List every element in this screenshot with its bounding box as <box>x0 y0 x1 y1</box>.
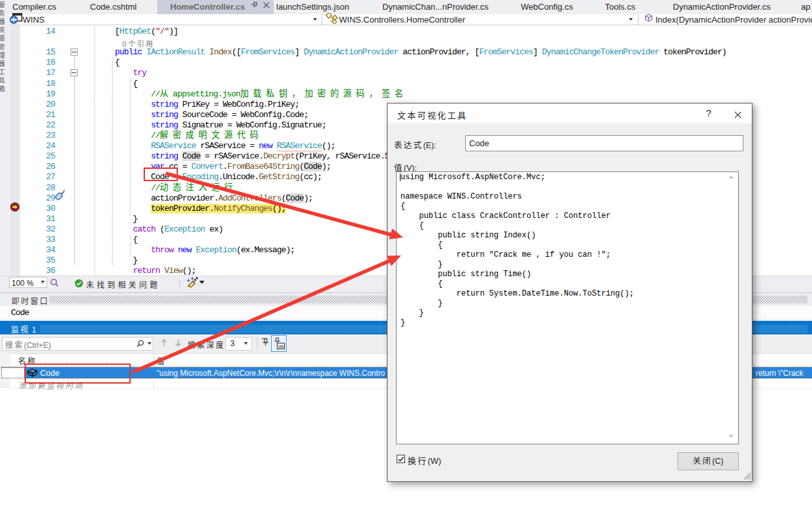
svg-text:ab: ab <box>278 343 283 349</box>
